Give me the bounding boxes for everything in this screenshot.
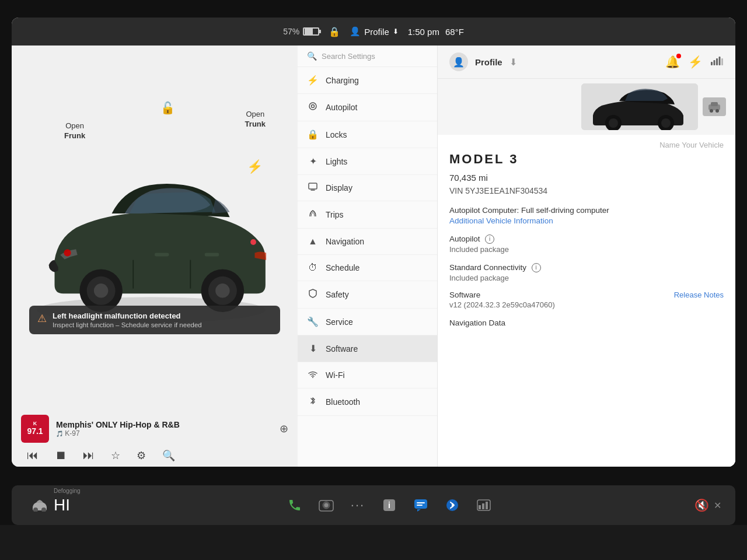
taskbar-left-area: Defogging HI — [26, 491, 84, 519]
frunk-label[interactable]: Open Frunk — [64, 121, 85, 141]
svg-rect-42 — [486, 502, 488, 509]
menu-item-wifi[interactable]: Wi-Fi — [298, 362, 437, 388]
software-row: Software Release Notes — [449, 290, 724, 299]
svg-rect-18 — [719, 57, 721, 65]
lock-icon: 🔒 — [329, 26, 340, 37]
svg-rect-13 — [309, 183, 317, 189]
alert-title: Left headlight malfunction detected — [53, 312, 202, 320]
release-notes-link[interactable]: Release Notes — [674, 290, 724, 299]
vehicle-config-icon[interactable] — [703, 97, 726, 116]
menu-item-schedule[interactable]: ⏱ Schedule — [298, 255, 437, 281]
music-station-name: K-97 — [65, 429, 79, 438]
volume-mute-icon[interactable]: 🔇 — [694, 498, 709, 512]
menu-item-lights[interactable]: ✦ Lights — [298, 148, 437, 175]
taskbar-bluetooth-icon — [446, 499, 459, 512]
taskbar-camera-button[interactable] — [312, 491, 340, 519]
taskbar-bluetooth-button[interactable] — [438, 491, 466, 519]
navigation-data-section: Navigation Data — [449, 317, 724, 328]
search-placeholder[interactable]: Search Settings — [322, 52, 375, 61]
name-vehicle-placeholder[interactable]: Name Your Vehicle — [659, 141, 724, 149]
software-section: Software Release Notes v12 (2024.32.3 2e… — [449, 290, 724, 309]
safety-label: Safety — [326, 290, 349, 299]
profile-header-label: Profile — [475, 57, 502, 67]
car-thumbnail — [581, 83, 698, 130]
car-thumbnail-row — [447, 83, 726, 130]
menu-item-navigation[interactable]: ▲ Navigation — [298, 229, 437, 255]
taskbar-chat-button[interactable] — [407, 491, 435, 519]
taskbar-car-button[interactable] — [26, 491, 54, 519]
svg-point-6 — [215, 284, 230, 298]
trunk-lock-icon: 🔓 — [160, 101, 175, 115]
safety-icon — [307, 289, 319, 300]
profile-download-icon: ⬇ — [509, 57, 517, 68]
menu-item-display[interactable]: Display — [298, 175, 437, 201]
taskbar-info-icon: i — [383, 499, 396, 512]
menu-item-charging[interactable]: ⚡ Charging — [298, 67, 437, 94]
additional-info-link[interactable]: Additional Vehicle Information — [449, 216, 724, 225]
trunk-label[interactable]: Open Trunk — [245, 110, 266, 130]
bottom-physical-bar — [0, 525, 747, 560]
taskbar-more-button[interactable]: ··· — [344, 491, 372, 519]
battery-fill — [305, 29, 313, 34]
display-label: Display — [326, 183, 352, 192]
menu-item-service[interactable]: 🔧 Service — [298, 309, 437, 335]
svg-rect-41 — [482, 503, 484, 509]
prev-button[interactable]: ⏮ — [27, 449, 39, 462]
svg-point-28 — [715, 109, 719, 113]
bezel: 57% 🔒 👤 Profile ⬇ 1:50 pm 68°F — [0, 0, 747, 560]
hi-area: Defogging HI — [54, 496, 84, 514]
equalizer-button[interactable]: ⚙ — [137, 449, 146, 462]
service-label: Service — [326, 317, 353, 327]
connectivity-info-icon[interactable]: i — [532, 263, 541, 272]
autopilot-info-icon[interactable]: i — [485, 235, 494, 244]
profile-detail: 👤 Profile ⬇ 🔔 ⚡ — [438, 46, 735, 467]
menu-item-locks[interactable]: 🔒 Locks — [298, 121, 437, 148]
battery-area: 57% — [283, 27, 319, 36]
name-vehicle-row: Name Your Vehicle — [449, 141, 724, 149]
menu-item-autopilot[interactable]: Autopilot — [298, 94, 437, 121]
connectivity-value: Included package — [449, 274, 724, 282]
menu-item-safety[interactable]: Safety — [298, 281, 437, 309]
station-freq: 97.1 — [27, 427, 43, 436]
trunk-line2: Trunk — [245, 120, 266, 128]
svg-point-3 — [94, 284, 109, 298]
next-button[interactable]: ⏭ — [83, 449, 95, 462]
frunk-line2: Frunk — [64, 131, 85, 140]
music-title: Memphis' ONLY Hip-Hop & R&B — [56, 420, 273, 429]
taskbar-info-button[interactable]: i — [375, 491, 403, 519]
locks-label: Locks — [326, 130, 347, 139]
menu-item-trips[interactable]: Trips — [298, 201, 437, 229]
schedule-label: Schedule — [326, 263, 359, 272]
defogging-label: Defogging — [54, 488, 81, 494]
svg-rect-40 — [479, 505, 481, 509]
taskbar-phone-button[interactable] — [281, 491, 309, 519]
profile-label: Profile — [364, 27, 389, 37]
battery-percentage: 57% — [283, 27, 299, 36]
menu-item-bluetooth[interactable]: Bluetooth — [298, 388, 437, 416]
charging-label: Charging — [326, 76, 359, 85]
search-row: 🔍 Search Settings — [298, 46, 437, 67]
profile-header: 👤 Profile ⬇ 🔔 ⚡ — [438, 46, 735, 79]
settings-area: 🔍 Search Settings ⚡ Charging — [298, 46, 735, 467]
svg-rect-16 — [714, 60, 715, 65]
taskbar-dashboard-button[interactable] — [470, 491, 498, 519]
stop-button[interactable]: ⏹ — [55, 449, 67, 462]
svg-rect-26 — [711, 102, 718, 106]
wifi-icon — [307, 370, 319, 380]
favorite-button[interactable]: ☆ — [111, 449, 120, 462]
svg-point-7 — [64, 249, 71, 256]
locks-icon: 🔒 — [307, 129, 319, 140]
car-area: Open Frunk Open Trunk 🔓 — [12, 46, 298, 410]
cast-icon[interactable]: ⊕ — [280, 422, 288, 435]
profile-bluetooth-header-icon[interactable]: ⚡ — [688, 55, 703, 69]
svg-text:i: i — [388, 501, 390, 510]
menu-item-software[interactable]: ⬇ Software — [298, 335, 437, 362]
svg-point-31 — [324, 503, 329, 508]
search-music-button[interactable]: 🔍 — [162, 449, 175, 462]
lightning-bolt-icon: ⚡ — [247, 159, 263, 174]
software-icon: ⬇ — [307, 343, 319, 354]
svg-rect-19 — [721, 58, 723, 65]
profile-bell-icon[interactable]: 🔔 — [665, 55, 680, 69]
profile-button[interactable]: 👤 Profile ⬇ — [350, 26, 399, 37]
search-icon: 🔍 — [307, 51, 317, 61]
